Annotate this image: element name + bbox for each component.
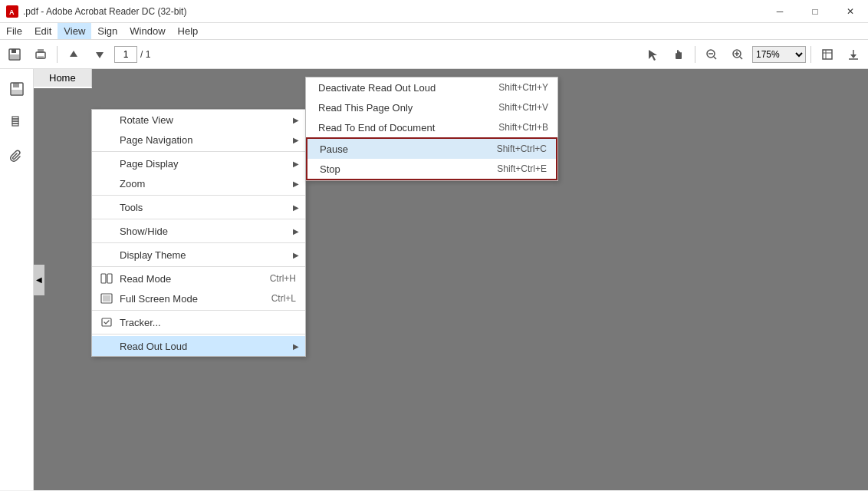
panel-bookmark-button[interactable]: [3, 109, 31, 137]
title-bar: A .pdf - Adobe Acrobat Reader DC (32-bit…: [0, 0, 868, 23]
page-down-button[interactable]: [88, 43, 111, 66]
panel-save-button[interactable]: [3, 75, 31, 103]
svg-rect-40: [102, 318, 111, 326]
menu-read-mode[interactable]: Read Mode Ctrl+H: [92, 269, 305, 288]
svg-rect-4: [10, 54, 19, 59]
menu-tools[interactable]: Tools ▶: [92, 197, 305, 217]
panel-attach-button[interactable]: [3, 143, 31, 170]
svg-rect-30: [13, 83, 19, 87]
menu-sign[interactable]: Sign: [91, 23, 123, 39]
svg-marker-27: [850, 54, 856, 58]
hand-tool-button[interactable]: [667, 43, 690, 66]
home-tab[interactable]: Home: [34, 69, 92, 88]
page-nav-arrow: ▶: [293, 136, 299, 144]
toolbar-sep-3: [810, 46, 811, 63]
svg-rect-6: [38, 49, 44, 53]
title-bar-text: .pdf - Adobe Acrobat Reader DC (32-bit): [23, 6, 186, 17]
svg-rect-39: [103, 295, 110, 302]
menu-page-display[interactable]: Page Display ▶: [92, 153, 305, 173]
rotate-view-arrow: ▶: [293, 116, 299, 124]
maximize-button[interactable]: □: [797, 0, 833, 23]
cursor-tool-button[interactable]: [641, 43, 664, 66]
menu-divider-7: [92, 334, 305, 334]
submenu-read-page[interactable]: Read This Page Only Shift+Ctrl+V: [306, 97, 557, 117]
svg-marker-9: [96, 52, 104, 58]
submenu-deactivate[interactable]: Deactivate Read Out Loud Shift+Ctrl+Y: [306, 77, 557, 97]
full-screen-icon: [100, 292, 113, 305]
menu-divider-4: [92, 242, 305, 243]
toolbar-sep-2: [695, 46, 695, 63]
menu-edit[interactable]: Edit: [28, 23, 58, 39]
menu-file[interactable]: File: [0, 23, 28, 39]
menu-display-theme[interactable]: Display Theme ▶: [92, 245, 305, 265]
zoom-in-button[interactable]: [726, 43, 749, 66]
submenu-read-to-end[interactable]: Read To End of Document Shift+Ctrl+B: [306, 117, 557, 137]
svg-rect-7: [38, 56, 44, 59]
menu-read-out-loud[interactable]: Read Out Loud ▶ Deactivate Read Out Loud…: [92, 336, 305, 356]
svg-rect-3: [12, 49, 16, 53]
read-mode-shortcut: Ctrl+H: [270, 273, 296, 284]
svg-marker-10: [649, 50, 657, 61]
collapse-button[interactable]: ◀: [34, 265, 44, 295]
svg-rect-11: [677, 50, 679, 56]
print-button[interactable]: [29, 43, 52, 66]
zoom-select[interactable]: 175% 100% 150% 200%: [752, 46, 806, 63]
page-up-button[interactable]: [62, 43, 85, 66]
download-button[interactable]: [842, 43, 865, 66]
minimize-button[interactable]: ─: [762, 0, 797, 23]
menu-help[interactable]: Help: [172, 23, 205, 39]
main-area: Home ◀ Rotate View ▶ Page Navigation ▶ P…: [0, 69, 868, 490]
zoom-arrow: ▶: [293, 180, 299, 188]
app-icon: A: [6, 5, 18, 18]
nav-controls: / 1: [62, 43, 150, 66]
menu-bar: File Edit View Sign Window Help: [0, 23, 868, 40]
svg-marker-8: [70, 51, 77, 57]
page-display-arrow: ▶: [293, 160, 299, 168]
save-button[interactable]: [3, 43, 26, 66]
submenu-pause[interactable]: Pause Shift+Ctrl+C: [307, 139, 556, 159]
read-out-loud-arrow: ▶: [293, 342, 299, 351]
menu-full-screen[interactable]: Full Screen Mode Ctrl+L: [92, 288, 305, 308]
svg-line-18: [714, 57, 716, 59]
svg-rect-23: [823, 50, 832, 59]
stop-shortcut: Shift+Ctrl+E: [497, 163, 547, 174]
menu-divider-1: [92, 151, 305, 152]
page-number-input[interactable]: [114, 46, 137, 63]
toolbar: / 1: [0, 40, 868, 69]
read-out-loud-submenu: Deactivate Read Out Loud Shift+Ctrl+Y Re…: [305, 77, 558, 181]
view-dropdown-menu: Rotate View ▶ Page Navigation ▶ Page Dis…: [91, 109, 306, 357]
submenu-stop[interactable]: Stop Shift+Ctrl+E: [307, 159, 556, 179]
menu-divider-2: [92, 195, 305, 196]
menu-divider-3: [92, 219, 305, 219]
menu-zoom[interactable]: Zoom ▶: [92, 173, 305, 193]
zoom-out-button[interactable]: [700, 43, 723, 66]
read-mode-icon: [100, 272, 113, 285]
menu-page-navigation[interactable]: Page Navigation ▶: [92, 130, 305, 150]
svg-line-22: [740, 57, 742, 59]
svg-rect-15: [676, 55, 682, 59]
full-screen-shortcut: Ctrl+L: [271, 293, 296, 304]
menu-rotate-view[interactable]: Rotate View ▶: [92, 110, 305, 130]
svg-rect-36: [101, 274, 106, 283]
deactivate-shortcut: Shift+Ctrl+Y: [498, 82, 548, 93]
menu-window[interactable]: Window: [123, 23, 171, 39]
toolbar-sep-1: [57, 46, 58, 63]
pause-stop-group: Pause Shift+Ctrl+C Stop Shift+Ctrl+E: [306, 137, 557, 180]
fit-button[interactable]: [816, 43, 839, 66]
title-bar-controls: ─ □ ✕: [762, 0, 868, 23]
pause-shortcut: Shift+Ctrl+C: [497, 143, 547, 154]
menu-divider-6: [92, 310, 305, 311]
menu-tracker[interactable]: Tracker...: [92, 312, 305, 332]
tracker-icon: [100, 315, 113, 329]
left-panel: [0, 69, 34, 490]
svg-rect-31: [12, 90, 22, 94]
page-total: / 1: [140, 49, 150, 60]
menu-view[interactable]: View: [58, 23, 91, 39]
show-hide-arrow: ▶: [293, 227, 299, 236]
close-button[interactable]: ✕: [833, 0, 868, 23]
menu-divider-5: [92, 266, 305, 267]
svg-rect-37: [107, 274, 112, 283]
read-page-shortcut: Shift+Ctrl+V: [498, 102, 548, 113]
tools-arrow: ▶: [293, 203, 299, 212]
menu-show-hide[interactable]: Show/Hide ▶: [92, 221, 305, 241]
